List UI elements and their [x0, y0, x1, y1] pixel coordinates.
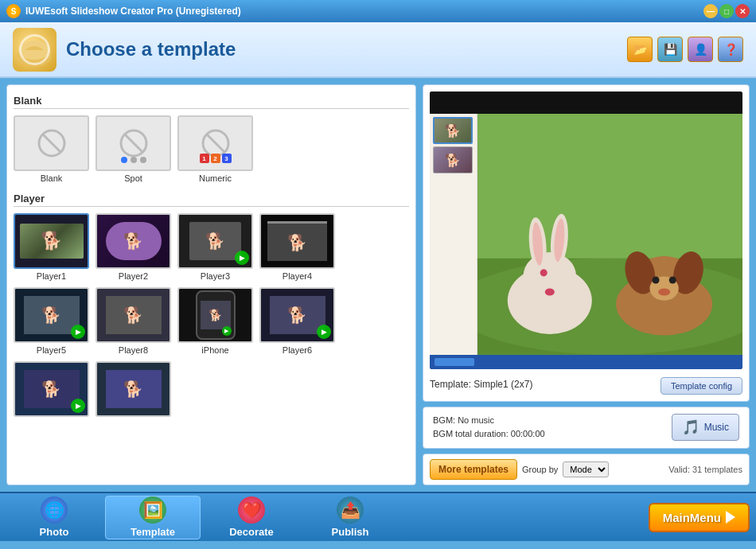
preview-thumb-1[interactable]: 🐕 — [433, 117, 473, 144]
svg-point-26 — [545, 289, 555, 296]
template-item-extra1[interactable]: 🐕 ▶ — [14, 361, 89, 417]
preview-area: 🐕 🐕 — [423, 84, 750, 402]
nav-item-template[interactable]: 🖼️ Template — [105, 496, 201, 539]
photo-icon: 🌐 — [41, 496, 68, 524]
template-thumb-player3: 🐕 ▶ — [177, 213, 253, 269]
close-button[interactable]: ✕ — [735, 4, 750, 18]
template-thumb-spot — [95, 115, 171, 171]
group-by-select[interactable]: Mode Style Effect — [563, 461, 609, 477]
preview-frame: 🐕 🐕 — [430, 92, 742, 369]
nav-item-decorate[interactable]: ❤️ Decorate — [204, 496, 299, 539]
template-thumb-player5: 🐕 ▶ — [14, 287, 89, 343]
filter-bar: More templates Group by Mode Style Effec… — [423, 454, 750, 485]
main-menu-label: MainMenu — [663, 511, 721, 524]
main-content: Blank Blank — [0, 78, 756, 492]
svg-line-7 — [207, 134, 224, 152]
account-button[interactable]: 👤 — [688, 37, 713, 62]
nav-label-template: Template — [131, 526, 175, 538]
template-item-extra2[interactable]: 🐕 — [95, 361, 171, 417]
header: Choose a template 📂 💾 👤 ❓ — [0, 22, 756, 78]
maximize-button[interactable]: □ — [719, 4, 734, 18]
group-by-label: Group by — [522, 465, 558, 474]
more-templates-button[interactable]: More templates — [430, 459, 517, 480]
nav-label-publish: Publish — [332, 526, 369, 538]
music-btn-label: Music — [704, 422, 729, 433]
template-item-player5[interactable]: 🐕 ▶ Player5 — [14, 287, 89, 355]
player-template-grid: 🐕 Player1 🐕 Player2 — [14, 213, 409, 417]
template-item-player8[interactable]: 🐕 Player8 — [95, 287, 171, 355]
svg-point-1 — [18, 41, 50, 60]
template-label-player6: Player6 — [283, 345, 312, 355]
template-thumb-numeric: 1 2 3 — [177, 115, 253, 171]
template-item-player4[interactable]: 🐕 Player4 — [259, 213, 335, 281]
header-toolbar: 📂 💾 👤 ❓ — [627, 37, 743, 62]
template-info-label: Template: Simple1 (2x7) — [430, 379, 532, 390]
template-item-player2[interactable]: 🐕 Player2 — [95, 213, 171, 281]
right-panel: 🐕 🐕 — [423, 84, 750, 485]
music-icon: 🎵 — [682, 419, 699, 436]
help-button[interactable]: ❓ — [718, 37, 743, 62]
app-icon: S — [6, 4, 21, 18]
preview-nav-btn — [435, 358, 474, 366]
template-label-player2: Player2 — [119, 271, 148, 281]
template-thumb-player2: 🐕 — [95, 213, 171, 269]
svg-point-25 — [540, 269, 548, 276]
main-menu-button[interactable]: MainMenu — [649, 503, 750, 532]
template-icon: 🖼️ — [139, 496, 166, 524]
template-thumb-player8: 🐕 — [95, 287, 171, 343]
template-item-player6[interactable]: 🐕 ▶ Player6 — [259, 287, 335, 355]
nav-item-publish[interactable]: 📤 Publish — [302, 496, 398, 539]
template-item-blank[interactable]: Blank — [14, 115, 89, 183]
bgm-info: BGM: No music BGM total duration: 00:00:… — [433, 414, 545, 442]
svg-line-3 — [43, 134, 60, 152]
template-item-player1[interactable]: 🐕 Player1 — [14, 213, 89, 281]
bottom-navigation: 🌐 Photo 🖼️ Template ❤️ Decorate 📤 Publis… — [0, 492, 756, 541]
template-label-numeric: Numeric — [199, 173, 232, 183]
template-thumb-extra2: 🐕 — [95, 361, 171, 417]
template-thumb-blank — [14, 115, 89, 171]
template-config-button[interactable]: Template config — [661, 377, 742, 395]
nav-label-decorate: Decorate — [229, 526, 274, 538]
nav-item-photo[interactable]: 🌐 Photo — [6, 496, 102, 539]
bgm-status: BGM: No music — [433, 414, 545, 428]
template-item-player3[interactable]: 🐕 ▶ Player3 — [177, 213, 253, 281]
template-label-player3: Player3 — [201, 271, 230, 281]
preview-thumb-2[interactable]: 🐕 — [433, 146, 473, 173]
preview-bottombar — [430, 355, 742, 369]
blank-template-grid: Blank Spot — [14, 115, 409, 183]
template-list-panel: Blank Blank — [6, 84, 416, 485]
template-scroll-area[interactable]: Blank Blank — [7, 85, 415, 485]
template-item-spot[interactable]: Spot — [95, 115, 171, 183]
template-thumb-player4: 🐕 — [259, 213, 335, 269]
open-folder-button[interactable]: 📂 — [627, 37, 653, 62]
preview-topbar — [430, 92, 742, 114]
section-player-header: Player — [14, 193, 409, 207]
decorate-icon: ❤️ — [238, 496, 265, 524]
preview-info-row: Template: Simple1 (2x7) Template config — [430, 374, 742, 395]
svg-line-5 — [125, 134, 142, 152]
template-item-iphone[interactable]: 🐕 ▶ iPhone — [177, 287, 253, 355]
template-thumb-extra1: 🐕 ▶ — [14, 361, 89, 417]
template-thumb-player1: 🐕 — [14, 213, 89, 269]
template-label-player1: Player1 — [37, 271, 66, 281]
save-button[interactable]: 💾 — [657, 37, 683, 62]
template-label-player5: Player5 — [37, 345, 66, 355]
svg-point-24 — [658, 289, 670, 296]
preview-main-image — [477, 114, 742, 355]
template-label-player4: Player4 — [283, 271, 312, 281]
music-button[interactable]: 🎵 Music — [672, 414, 739, 441]
template-thumb-iphone: 🐕 ▶ — [177, 287, 253, 343]
template-item-numeric[interactable]: 1 2 3 Numeric — [177, 115, 253, 183]
bgm-duration: BGM total duration: 00:00:00 — [433, 427, 545, 442]
svg-point-23 — [669, 276, 676, 283]
page-title: Choose a template — [66, 38, 236, 60]
template-label-spot: Spot — [124, 173, 142, 183]
minimize-button[interactable]: — — [703, 4, 718, 18]
preview-sidebar: 🐕 🐕 — [430, 114, 477, 355]
main-menu-arrow-icon — [726, 511, 735, 524]
window-title: IUWEsoft Slideshow Creator Pro (Unregist… — [25, 6, 241, 17]
titlebar: S IUWEsoft Slideshow Creator Pro (Unregi… — [0, 0, 756, 22]
preview-content: 🐕 🐕 — [430, 114, 742, 355]
app-logo-icon — [13, 28, 57, 72]
template-label-player8: Player8 — [119, 345, 148, 355]
